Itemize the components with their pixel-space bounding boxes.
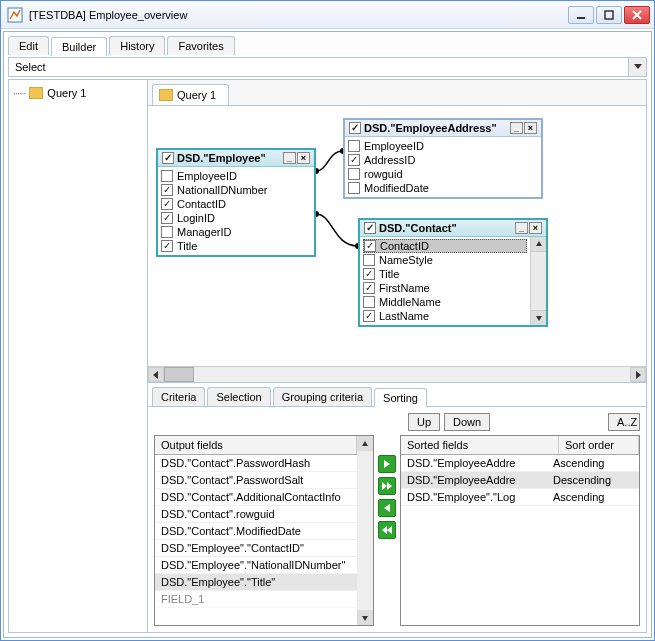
main-tabs: Edit Builder History Favorites: [4, 32, 651, 55]
list-item[interactable]: DSD."Contact".PasswordSalt: [161, 474, 351, 486]
list-item[interactable]: DSD."Contact".ModifiedDate: [161, 525, 351, 537]
table-header[interactable]: DSD."Employee" _ ×: [158, 150, 314, 167]
list-item[interactable]: DSD."Employee"."ContactID": [161, 542, 351, 554]
tab-edit[interactable]: Edit: [8, 36, 49, 55]
minimize-button[interactable]: [568, 6, 594, 24]
field-label: ManagerID: [177, 226, 231, 238]
field-checkbox[interactable]: [363, 296, 375, 308]
list-item[interactable]: DSD."Employee"."Log: [407, 491, 553, 503]
field-checkbox[interactable]: [348, 182, 360, 194]
field-checkbox[interactable]: [348, 140, 360, 152]
table-close-button[interactable]: ×: [297, 152, 310, 164]
field-checkbox[interactable]: [161, 240, 173, 252]
sort-order-value[interactable]: Ascending: [553, 457, 633, 469]
diagram-canvas[interactable]: DSD."Employee" _ × EmployeeID NationalID…: [148, 106, 646, 366]
field-label: NationalIDNumber: [177, 184, 267, 196]
list-item[interactable]: FIELD_1: [161, 593, 351, 605]
table-title: DSD."Employee": [177, 152, 266, 164]
scroll-thumb[interactable]: [164, 367, 194, 382]
query-icon: [159, 89, 173, 101]
tab-sorting[interactable]: Sorting: [374, 388, 427, 407]
list-item[interactable]: DSD."Contact".rowguid: [161, 508, 351, 520]
scroll-up-icon[interactable]: [357, 436, 373, 451]
tab-history[interactable]: History: [109, 36, 165, 55]
table-close-button[interactable]: ×: [529, 222, 542, 234]
svg-rect-4: [159, 89, 173, 101]
field-label: rowguid: [364, 168, 403, 180]
table-checkbox[interactable]: [349, 122, 361, 134]
field-label: AddressID: [364, 154, 415, 166]
table-title: DSD."EmployeeAddress": [364, 122, 497, 134]
table-checkbox[interactable]: [162, 152, 174, 164]
tab-grouping[interactable]: Grouping criteria: [273, 387, 372, 406]
table-checkbox[interactable]: [364, 222, 376, 234]
sort-order-value[interactable]: Ascending: [553, 491, 633, 503]
field-checkbox[interactable]: [161, 170, 173, 182]
tree-item-query1[interactable]: ······ Query 1: [11, 86, 145, 100]
tab-criteria[interactable]: Criteria: [152, 387, 205, 406]
remove-button[interactable]: [378, 499, 396, 517]
up-button[interactable]: Up: [408, 413, 440, 431]
field-checkbox[interactable]: [348, 154, 360, 166]
scroll-down-icon[interactable]: [357, 610, 373, 625]
table-employee[interactable]: DSD."Employee" _ × EmployeeID NationalID…: [156, 148, 316, 257]
table-employee-address[interactable]: DSD."EmployeeAddress" _ × EmployeeID Add…: [343, 118, 543, 199]
tab-builder[interactable]: Builder: [51, 37, 107, 56]
select-bar[interactable]: Select: [8, 57, 647, 77]
field-checkbox[interactable]: [161, 184, 173, 196]
table-minimize-button[interactable]: _: [510, 122, 523, 134]
list-item[interactable]: DSD."Employee"."NationalIDNumber": [161, 559, 351, 571]
sort-az-button[interactable]: A..Z: [608, 413, 640, 431]
list-item[interactable]: DSD."Employee"."Title": [161, 576, 351, 588]
table-header[interactable]: DSD."Contact" _ ×: [360, 220, 546, 237]
scroll-down-icon[interactable]: [531, 310, 546, 325]
add-button[interactable]: [378, 455, 396, 473]
table-close-button[interactable]: ×: [524, 122, 537, 134]
field-checkbox[interactable]: [161, 198, 173, 210]
table-contact[interactable]: DSD."Contact" _ × ContactID NameStyle Ti…: [358, 218, 548, 327]
list-item[interactable]: DSD."Contact".AdditionalContactInfo: [161, 491, 351, 503]
field-label: NameStyle: [379, 254, 433, 266]
table-minimize-button[interactable]: _: [283, 152, 296, 164]
titlebar[interactable]: [TESTDBA] Employee_overview: [1, 1, 654, 29]
field-checkbox[interactable]: [363, 254, 375, 266]
list-item[interactable]: DSD."Contact".PasswordHash: [161, 457, 351, 469]
sorted-fields-list[interactable]: Sorted fields Sort order DSD."EmployeeAd…: [400, 435, 640, 626]
list-scrollbar[interactable]: [357, 436, 373, 625]
list-item[interactable]: DSD."EmployeeAddre: [407, 457, 553, 469]
canvas-hscrollbar[interactable]: [148, 366, 646, 382]
field-checkbox[interactable]: [363, 268, 375, 280]
field-label: ContactID: [177, 198, 226, 210]
down-button[interactable]: Down: [444, 413, 490, 431]
field-checkbox[interactable]: [348, 168, 360, 180]
scroll-up-icon[interactable]: [531, 237, 546, 252]
field-label: LastName: [379, 310, 429, 322]
output-fields-list[interactable]: Output fields DSD."Contact".PasswordHash…: [154, 435, 374, 626]
table-scrollbar[interactable]: [530, 237, 546, 325]
scroll-left-icon[interactable]: [148, 367, 164, 382]
query-tree[interactable]: ······ Query 1: [8, 79, 148, 633]
tab-selection[interactable]: Selection: [207, 387, 270, 406]
sort-order-value[interactable]: Descending: [553, 474, 633, 486]
inner-tab-query1[interactable]: Query 1: [152, 84, 229, 105]
field-checkbox[interactable]: [161, 226, 173, 238]
scroll-right-icon[interactable]: [630, 367, 646, 382]
field-checkbox[interactable]: [161, 212, 173, 224]
list-item[interactable]: DSD."EmployeeAddre: [407, 474, 553, 486]
field-label: ContactID: [380, 240, 429, 252]
svg-rect-3: [29, 87, 43, 99]
table-minimize-button[interactable]: _: [515, 222, 528, 234]
add-all-button[interactable]: [378, 477, 396, 495]
field-checkbox[interactable]: [363, 282, 375, 294]
tab-favorites[interactable]: Favorites: [167, 36, 234, 55]
table-title: DSD."Contact": [379, 222, 457, 234]
select-dropdown-button[interactable]: [628, 58, 646, 76]
table-header[interactable]: DSD."EmployeeAddress" _ ×: [345, 120, 541, 137]
field-checkbox[interactable]: [363, 310, 375, 322]
close-button[interactable]: [624, 6, 650, 24]
remove-all-button[interactable]: [378, 521, 396, 539]
select-label: Select: [9, 58, 628, 76]
field-checkbox[interactable]: [364, 240, 376, 252]
inner-tabs: Query 1: [148, 80, 646, 106]
maximize-button[interactable]: [596, 6, 622, 24]
